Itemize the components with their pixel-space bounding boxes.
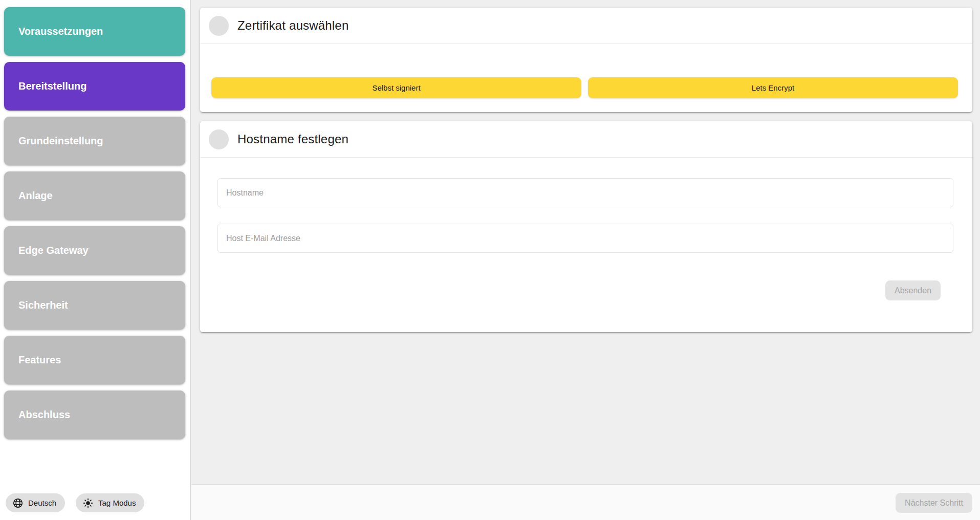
main-content: Zertifikat auswählen Selbst signiert Let… — [191, 0, 980, 520]
hostname-card: Hostname festlegen Absenden — [200, 121, 972, 332]
sidebar-item-label: Features — [18, 354, 61, 366]
sidebar-item-features[interactable]: Features — [4, 336, 185, 384]
sidebar-item-anlage[interactable]: Anlage — [4, 171, 185, 220]
sidebar-item-edge-gateway[interactable]: Edge Gateway — [4, 226, 185, 275]
sidebar-item-label: Voraussetzungen — [18, 26, 103, 37]
app-root: Voraussetzungen Bereitstellung Grundeins… — [0, 0, 980, 520]
sidebar-item-label: Grundeinstellung — [18, 135, 103, 147]
sidebar-item-label: Sicherheit — [18, 299, 68, 311]
globe-icon — [12, 497, 24, 509]
sidebar-item-label: Bereitstellung — [18, 80, 86, 92]
sidebar: Voraussetzungen Bereitstellung Grundeins… — [0, 0, 191, 520]
theme-toggle-label: Tag Modus — [98, 499, 136, 507]
hostname-card-header: Hostname festlegen — [200, 121, 972, 158]
next-step-button[interactable]: Nächster Schritt — [896, 493, 972, 513]
lets-encrypt-button[interactable]: Lets Encrypt — [588, 77, 958, 98]
certificate-card-title: Zertifikat auswählen — [237, 18, 349, 33]
step-nav: Voraussetzungen Bereitstellung Grundeins… — [4, 7, 185, 439]
certificate-options-row: Selbst signiert Lets Encrypt — [211, 77, 958, 98]
sidebar-item-label: Edge Gateway — [18, 245, 89, 256]
sidebar-footer: Deutsch — [6, 493, 144, 512]
sidebar-item-abschluss[interactable]: Abschluss — [4, 391, 185, 439]
step-status-circle — [209, 129, 229, 149]
language-button[interactable]: Deutsch — [6, 493, 65, 512]
hostname-input[interactable] — [217, 178, 953, 207]
submit-button[interactable]: Absenden — [885, 280, 941, 300]
footer-bar: Nächster Schritt — [191, 484, 980, 520]
sun-icon — [82, 497, 94, 509]
sidebar-item-sicherheit[interactable]: Sicherheit — [4, 281, 185, 330]
theme-toggle-button[interactable]: Tag Modus — [76, 493, 144, 512]
hostname-card-title: Hostname festlegen — [237, 132, 349, 146]
self-signed-button[interactable]: Selbst signiert — [211, 77, 581, 98]
sidebar-item-bereitstellung[interactable]: Bereitstellung — [4, 62, 185, 111]
sidebar-item-label: Abschluss — [18, 409, 70, 421]
sidebar-item-voraussetzungen[interactable]: Voraussetzungen — [4, 7, 185, 56]
step-status-circle — [209, 16, 229, 36]
certificate-card-header: Zertifikat auswählen — [200, 8, 972, 44]
sidebar-item-grundeinstellung[interactable]: Grundeinstellung — [4, 117, 185, 165]
certificate-card: Zertifikat auswählen Selbst signiert Let… — [200, 8, 972, 112]
sidebar-item-label: Anlage — [18, 190, 53, 202]
language-button-label: Deutsch — [28, 499, 56, 507]
host-email-input[interactable] — [217, 224, 953, 253]
